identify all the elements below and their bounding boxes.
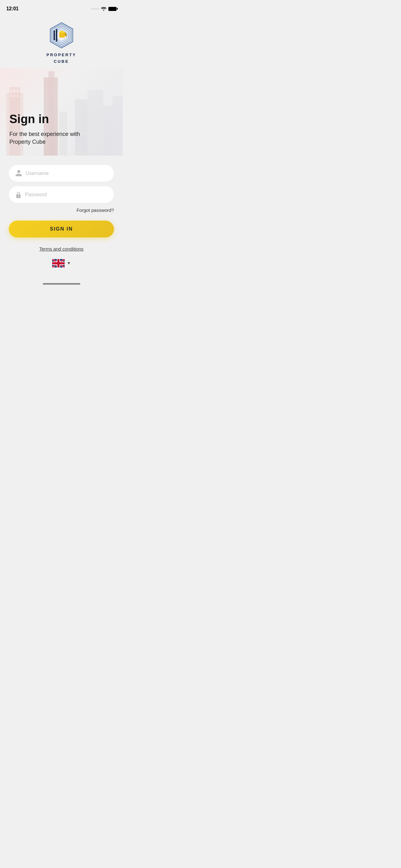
svg-rect-12 <box>10 90 12 92</box>
hero-title: Sign in <box>9 113 84 126</box>
password-input[interactable] <box>25 192 107 197</box>
home-bar <box>43 283 80 285</box>
password-input-wrapper <box>9 186 114 203</box>
svg-point-29 <box>18 195 19 196</box>
hero-text: Sign in For the best experience with Pro… <box>9 113 84 146</box>
username-input[interactable] <box>26 170 107 176</box>
svg-rect-16 <box>13 95 15 97</box>
status-bar: 12:01 <box>0 0 123 15</box>
logo-section: PROPERTY CUBE <box>0 15 123 68</box>
svg-rect-17 <box>16 95 19 97</box>
lock-icon <box>15 191 21 198</box>
svg-rect-13 <box>13 90 15 92</box>
forgot-password-wrapper: Forgot password? <box>9 208 114 213</box>
hero-section: Sign in For the best experience with Pro… <box>0 68 123 156</box>
user-icon <box>15 170 22 177</box>
sign-in-button[interactable]: SIGN IN <box>9 221 114 238</box>
home-indicator <box>0 280 123 291</box>
logo-container <box>47 21 75 50</box>
username-input-wrapper <box>9 165 114 182</box>
svg-rect-15 <box>10 95 12 97</box>
logo-svg <box>47 21 75 50</box>
hero-subtitle: For the best experience with Property Cu… <box>9 130 84 146</box>
status-time: 12:01 <box>6 6 19 11</box>
svg-rect-6 <box>56 29 58 41</box>
svg-rect-38 <box>52 262 65 264</box>
wifi-icon <box>101 6 106 11</box>
svg-rect-23 <box>112 96 123 156</box>
language-selector[interactable]: ▼ <box>9 259 114 268</box>
status-icons <box>91 6 116 11</box>
logo-text: PROPERTY CUBE <box>46 52 76 65</box>
forgot-password-link[interactable]: Forgot password? <box>76 208 114 213</box>
svg-marker-9 <box>65 32 66 37</box>
uk-flag-icon <box>52 259 65 268</box>
terms-link[interactable]: Terms and conditions <box>9 246 114 251</box>
svg-rect-21 <box>88 90 103 156</box>
svg-rect-5 <box>54 31 55 40</box>
battery-icon <box>108 7 116 11</box>
svg-rect-14 <box>16 90 19 92</box>
language-dropdown-arrow: ▼ <box>67 261 71 265</box>
form-section: Forgot password? SIGN IN Terms and condi… <box>0 156 123 280</box>
signal-icon <box>91 8 99 10</box>
svg-rect-22 <box>103 105 112 156</box>
